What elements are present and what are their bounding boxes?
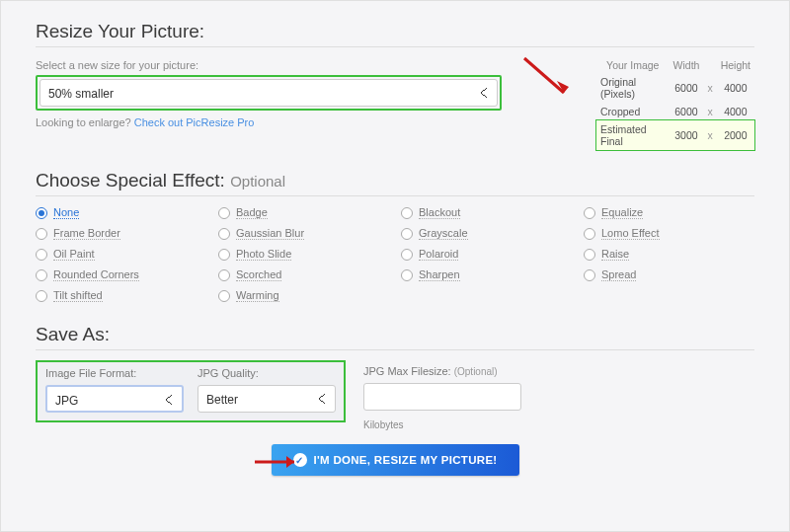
effect-label: Frame Border <box>53 227 120 240</box>
effect-option[interactable]: Frame Border <box>36 227 206 240</box>
radio-icon <box>36 207 47 219</box>
radio-icon <box>401 249 413 261</box>
effect-option[interactable]: Tilt shifted <box>36 289 206 302</box>
done-button[interactable]: ✓ I'M DONE, RESIZE MY PICTURE! <box>272 444 519 476</box>
radio-icon <box>218 228 230 240</box>
quality-select[interactable]: Better <box>198 385 336 413</box>
effect-option[interactable]: Lomo Effect <box>584 227 754 240</box>
radio-icon <box>401 269 413 281</box>
radio-icon <box>36 269 47 281</box>
radio-icon <box>584 269 595 281</box>
done-row: ✓ I'M DONE, RESIZE MY PICTURE! <box>36 444 754 476</box>
effect-option[interactable]: Equalize <box>584 206 754 219</box>
radio-icon <box>218 207 230 219</box>
effect-label: Sharpen <box>419 268 460 281</box>
dimensions-table: Your Image Width Height Original (Pixels… <box>596 57 754 150</box>
effect-label: Badge <box>236 206 268 219</box>
effect-option[interactable]: Raise <box>584 248 754 261</box>
red-arrow-icon <box>253 450 307 475</box>
effect-label: Lomo Effect <box>601 227 660 240</box>
effect-option[interactable]: Sharpen <box>401 268 572 281</box>
size-select[interactable]: 50% smaller <box>40 79 498 107</box>
format-label: Image File Format: <box>45 367 184 379</box>
save-section: Save As: Image File Format: JPG JPG Qual… <box>36 324 754 430</box>
enlarge-text: Looking to enlarge? <box>36 116 131 128</box>
quality-label: JPG Quality: <box>198 367 336 379</box>
effect-option[interactable]: Scorched <box>218 268 389 281</box>
effects-heading: Choose Special Effect: Optional <box>36 170 754 196</box>
effects-optional: Optional <box>230 173 285 190</box>
max-filesize-input[interactable] <box>363 383 521 411</box>
table-row: Cropped 6000 x 4000 <box>596 103 754 120</box>
table-row: Original (Pixels) 6000 x 4000 <box>596 73 754 103</box>
size-select-label: Select a new size for your picture: <box>36 59 502 71</box>
effect-option[interactable]: Polaroid <box>401 248 572 261</box>
radio-icon <box>218 249 230 261</box>
effect-label: Tilt shifted <box>53 289 103 302</box>
kilobytes-label: Kilobytes <box>363 419 521 430</box>
resize-heading: Resize Your Picture: <box>36 21 754 47</box>
effect-option[interactable]: Warming <box>218 289 389 302</box>
effect-option[interactable]: None <box>36 206 206 219</box>
effect-option[interactable]: Badge <box>218 206 389 219</box>
effect-label: None <box>53 206 79 219</box>
effect-option[interactable]: Gaussian Blur <box>218 227 389 240</box>
effect-label: Gaussian Blur <box>236 227 304 240</box>
radio-icon <box>584 249 595 261</box>
effect-option[interactable]: Spread <box>584 268 754 281</box>
effects-section: Choose Special Effect: Optional NoneBadg… <box>36 170 754 302</box>
save-heading: Save As: <box>36 324 754 350</box>
table-row-final: Estimated Final 3000 x 2000 <box>596 120 754 150</box>
effect-label: Blackout <box>419 206 460 219</box>
radio-icon <box>36 249 47 261</box>
radio-icon <box>218 269 230 281</box>
svg-marker-3 <box>286 456 294 468</box>
effect-label: Grayscale <box>419 227 468 240</box>
radio-icon <box>584 207 595 219</box>
enlarge-link[interactable]: Check out PicResize Pro <box>134 116 255 128</box>
effect-label: Rounded Corners <box>53 268 139 281</box>
svg-line-0 <box>524 58 564 93</box>
enlarge-line: Looking to enlarge? Check out PicResize … <box>36 116 502 128</box>
radio-icon <box>218 290 230 302</box>
effect-label: Warming <box>236 289 279 302</box>
done-button-label: I'M DONE, RESIZE MY PICTURE! <box>314 454 498 466</box>
effect-label: Oil Paint <box>53 248 95 261</box>
radio-icon <box>401 228 413 240</box>
radio-icon <box>36 228 47 240</box>
max-optional: (Optional) <box>454 366 498 377</box>
radio-icon <box>584 228 595 240</box>
effect-label: Spread <box>601 268 636 281</box>
effect-option[interactable]: Rounded Corners <box>36 268 206 281</box>
dims-col-width: Width <box>670 57 704 73</box>
red-arrow-icon <box>519 53 579 103</box>
effects-grid: NoneBadgeBlackoutEqualizeFrame BorderGau… <box>36 206 754 302</box>
resize-section: Resize Your Picture: Select a new size f… <box>36 21 754 150</box>
effect-label: Photo Slide <box>236 248 291 261</box>
effect-option[interactable]: Oil Paint <box>36 248 206 261</box>
format-select[interactable]: JPG <box>45 385 184 413</box>
effect-option[interactable]: Blackout <box>401 206 572 219</box>
save-highlight: Image File Format: JPG JPG Quality: Bett… <box>36 360 346 422</box>
size-select-highlight: 50% smaller <box>36 75 502 111</box>
effect-label: Equalize <box>601 206 643 219</box>
effect-label: Polaroid <box>419 248 458 261</box>
dims-col-height: Height <box>717 57 754 73</box>
radio-icon <box>36 290 47 302</box>
dims-col-image: Your Image <box>596 57 670 73</box>
radio-icon <box>401 207 413 219</box>
effect-option[interactable]: Photo Slide <box>218 248 389 261</box>
effect-label: Scorched <box>236 268 281 281</box>
effect-option[interactable]: Grayscale <box>401 227 572 240</box>
effect-label: Raise <box>601 248 629 261</box>
max-filesize-label: JPG Max Filesize: (Optional) <box>363 365 521 377</box>
